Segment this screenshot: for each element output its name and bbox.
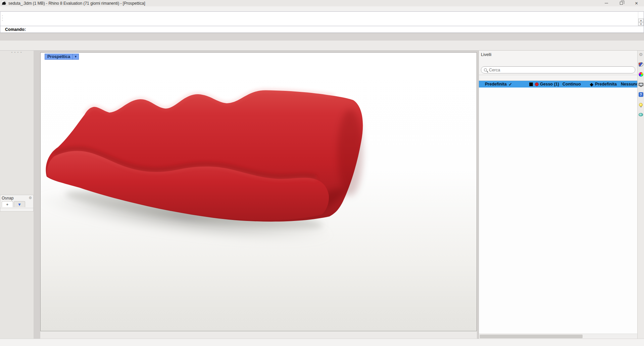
command-history[interactable]: ∘∘∘ ▲ ▼ — [0, 11, 644, 26]
window-titlebar: seduta_.3dm (1 MB) - Rhino 8 Evaluation … — [0, 0, 644, 6]
layer-material-cell[interactable]: Gesso (1) — [533, 82, 561, 86]
main-toolbar — [0, 41, 644, 51]
rhino-window: seduta_.3dm (1 MB) - Rhino 8 Evaluation … — [0, 0, 644, 346]
command-history-scrollbar[interactable]: ▲ ▼ — [638, 12, 644, 26]
viewport-title-menu[interactable]: Prospettica ▼ — [45, 54, 79, 60]
osnap-points-tab[interactable]: ⌖ — [2, 201, 13, 207]
layer-width-swatch-cell: ◆ — [587, 82, 594, 87]
display-color-tab[interactable] — [638, 72, 644, 77]
help-panel-tab[interactable]: ? — [638, 92, 644, 97]
layers-list-empty-area[interactable] — [479, 88, 637, 334]
layer-color-cell[interactable] — [529, 82, 533, 86]
command-prompt: Comando: — [5, 27, 26, 32]
scrollbar-thumb[interactable] — [480, 335, 583, 338]
rhino-app-icon — [1, 1, 6, 6]
menu-bar — [0, 6, 644, 11]
layer-name: Predefinita — [485, 82, 507, 86]
osnap-filter-tab[interactable]: ▼ — [14, 201, 25, 207]
minimize-icon — [605, 3, 608, 3]
layer-section-style-cell[interactable]: Nessuno — [620, 82, 638, 86]
osnap-title: Osnap — [2, 196, 13, 200]
toolbar-group-tabs — [0, 33, 644, 41]
material-sphere-icon — [639, 113, 643, 116]
print-width-diamond-icon: ◆ — [590, 82, 593, 87]
layers-icon — [638, 62, 644, 67]
layer-print-width-cell[interactable]: Predefinita — [594, 82, 620, 86]
layer-search-input[interactable]: Cerca — [481, 66, 635, 73]
left-sidebar: • • • • Osnap ⚙ ⌖ ▼ — [0, 51, 34, 339]
close-button[interactable]: ✕ — [629, 0, 644, 6]
layer-color-swatch[interactable] — [529, 82, 533, 86]
monitor-icon — [639, 83, 643, 86]
layer-linetype: Continuo — [562, 82, 581, 86]
osnap-gear-icon[interactable]: ⚙ — [29, 196, 32, 200]
color-wheel-icon — [639, 72, 643, 77]
status-bar — [0, 339, 644, 346]
materials-panel-tab[interactable] — [638, 112, 644, 117]
panel-tab-strip: ⚙ ? — [637, 51, 644, 339]
material-color-swatch — [535, 82, 539, 86]
layers-panel: Livelli Cerca Predefinita ✓ Gesso (1) — [479, 51, 637, 339]
restore-button[interactable] — [614, 0, 629, 6]
restore-icon — [620, 2, 623, 5]
search-placeholder: Cerca — [489, 68, 500, 72]
layer-name-cell: Predefinita ✓ — [479, 82, 517, 87]
scroll-up-icon[interactable]: ▲ — [638, 18, 644, 22]
layers-horizontal-scrollbar[interactable] — [479, 334, 637, 339]
layers-table-header — [479, 75, 637, 81]
chevron-down-icon[interactable]: ▼ — [72, 54, 79, 59]
osnap-panel: Osnap ⚙ ⌖ ▼ — [0, 195, 34, 212]
viewport-title: Prospettica — [45, 54, 72, 59]
layers-panel-tab[interactable] — [638, 62, 644, 67]
command-input[interactable]: Comando: — [0, 26, 644, 33]
main-area: • • • • Osnap ⚙ ⌖ ▼ Prospettica ▼ — [0, 51, 644, 339]
viewport-tabs — [40, 331, 477, 339]
command-gutter: ∘∘∘ — [0, 12, 4, 26]
layer-section-style: Nessuno — [621, 82, 638, 86]
lightbulb-icon — [639, 103, 643, 107]
layer-linetype-cell[interactable]: Continuo — [561, 82, 587, 86]
layer-row-predefinita[interactable]: Predefinita ✓ Gesso (1) Continuo ◆ — [479, 81, 637, 88]
filter-funnel-icon: ▼ — [17, 202, 21, 207]
sofa-render — [41, 53, 477, 331]
layers-panel-title: Livelli — [481, 52, 491, 57]
osnap-target-icon: ⌖ — [6, 202, 9, 207]
command-area: ∘∘∘ ▲ ▼ Comando: — [0, 11, 644, 33]
viewport-column: Prospettica ▼ — [34, 51, 479, 339]
minimize-button[interactable] — [599, 0, 614, 6]
tool-palette: • • • • — [1, 51, 33, 53]
palette-drag-handle[interactable]: • • • • — [1, 51, 33, 53]
layers-toolbar — [479, 58, 637, 66]
layer-material: Gesso (1) — [540, 82, 559, 86]
panel-gear-icon[interactable]: ⚙ — [638, 52, 644, 57]
display-mode-tab[interactable] — [638, 82, 644, 87]
perspective-viewport[interactable]: Prospettica ▼ — [40, 52, 477, 331]
tips-panel-tab[interactable] — [638, 102, 644, 107]
search-icon — [484, 68, 487, 71]
layer-print-width: Predefinita — [595, 82, 617, 86]
close-icon: ✕ — [635, 1, 638, 6]
scroll-down-icon[interactable]: ▼ — [638, 22, 644, 26]
current-layer-check-icon: ✓ — [509, 82, 512, 87]
window-title: seduta_.3dm (1 MB) - Rhino 8 Evaluation … — [8, 1, 145, 6]
help-icon: ? — [639, 92, 643, 97]
